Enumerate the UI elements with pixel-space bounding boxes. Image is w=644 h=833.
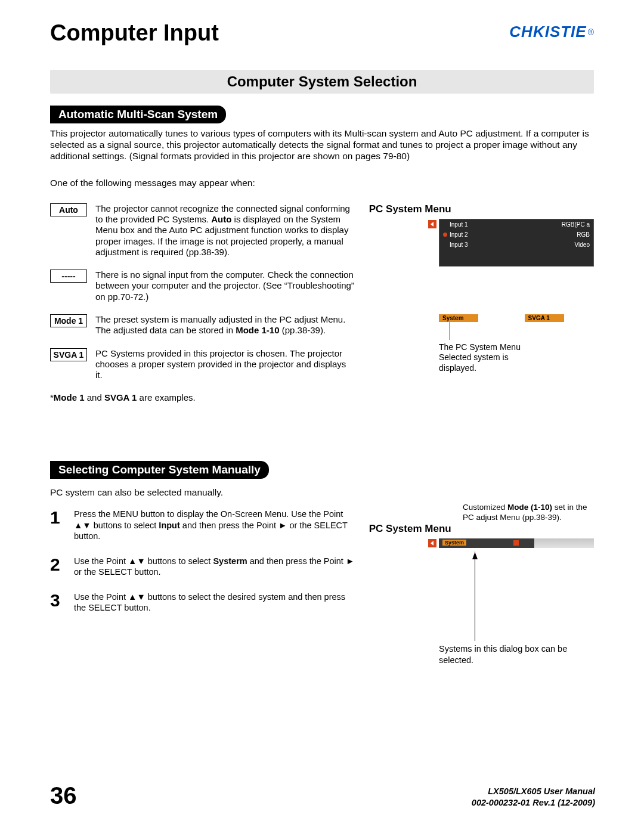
menu-row: Input 3 Video <box>439 240 593 250</box>
menu-right: RGB <box>577 231 590 238</box>
manual-intro: PC system can also be selected manually. <box>50 487 594 498</box>
step-number: 2 <box>50 556 66 577</box>
message-desc: The projector cannot recognize the conne… <box>95 203 355 258</box>
message-auto: Auto The projector cannot recognize the … <box>50 203 355 258</box>
subheader-auto: Automatic Multi-Scan System <box>50 106 226 123</box>
step-number: 3 <box>50 592 66 613</box>
menu-row: Input 1 RGB(PC a <box>439 219 593 230</box>
callout-text: The PC System Menu Selected system is di… <box>439 342 546 374</box>
brand-logo: CHKISTIE® <box>509 23 594 41</box>
message-desc: There is no signal input from the comput… <box>95 270 355 302</box>
menu-left: Input 1 <box>443 221 468 228</box>
arrow-line <box>475 552 475 641</box>
orange-bar-system-2: System <box>442 540 466 546</box>
orange-bar-svga: SVGA 1 <box>525 314 564 322</box>
customized-note: Customized Mode (1-10) set in the PC adj… <box>463 503 594 523</box>
section-auto-multiscan: Automatic Multi-Scan System This project… <box>50 98 594 402</box>
footer: 36 LX505/LX605 User Manual 002-000232-01… <box>50 782 595 809</box>
examples-note: *Mode 1 and SVGA 1 are examples. <box>50 392 355 402</box>
step-text: Use the Point ▲▼ buttons to select Syste… <box>74 556 355 577</box>
callout-arrow: Systems in this dialog box can be select… <box>439 552 594 654</box>
section-manual-select: Selecting Computer System Manually PC sy… <box>50 454 594 654</box>
orange-bars: System SVGA 1 <box>439 314 594 322</box>
step-3: 3 Use the Point ▲▼ buttons to select the… <box>50 592 355 613</box>
message-svga1: SVGA 1 PC Systems provided in this proje… <box>50 348 355 381</box>
menu-right: RGB(PC a <box>562 221 590 228</box>
menu-left: Input 2 <box>443 231 468 238</box>
pc-system-menu-heading-2: PC System Menu <box>369 523 594 535</box>
active-dot-icon <box>443 233 447 237</box>
messages-intro: One of the following messages may appear… <box>50 178 594 189</box>
message-label: Mode 1 <box>50 314 87 327</box>
footer-info: LX505/LX605 User Manual 002-000232-01 Re… <box>472 786 595 809</box>
menu-left: Input 3 <box>443 241 468 248</box>
message-nosignal: ----- There is no signal input from the … <box>50 270 355 302</box>
section1-columns: Auto The projector cannot recognize the … <box>50 203 594 403</box>
message-mode1: Mode 1 The preset system is manually adj… <box>50 314 355 336</box>
pc-system-menu-heading: PC System Menu <box>369 203 594 215</box>
back-arrow-icon <box>428 539 436 547</box>
footer-line-1: LX505/LX605 User Manual <box>472 786 595 798</box>
section-banner: Computer System Selection <box>50 70 594 94</box>
step-1: 1 Press the MENU button to display the O… <box>50 509 355 541</box>
message-desc: The preset system is manually adjusted i… <box>95 314 355 336</box>
orange-bar-system: System <box>439 314 478 322</box>
message-label: Auto <box>50 203 87 216</box>
message-label: ----- <box>50 270 87 283</box>
fade-area <box>534 538 594 548</box>
auto-intro: This projector automatically tunes to va… <box>50 128 594 162</box>
section2-columns: 1 Press the MENU button to display the O… <box>50 509 594 654</box>
messages-list: Auto The projector cannot recognize the … <box>50 203 355 403</box>
header: Computer Input CHKISTIE® <box>50 20 594 46</box>
page-number: 36 <box>50 782 77 809</box>
back-arrow-icon <box>428 220 436 228</box>
step-text: Use the Point ▲▼ buttons to select the d… <box>74 592 355 613</box>
step-number: 1 <box>50 509 66 541</box>
pc-system-menu-panel: Input 1 RGB(PC a Input 2 RGB Input 3 Vid… <box>439 219 594 374</box>
steps-list: 1 Press the MENU button to display the O… <box>50 509 355 654</box>
message-desc: PC Systems provided in this projector is… <box>95 348 355 381</box>
callout-text-2: Systems in this dialog box can be select… <box>439 643 594 665</box>
step-2: 2 Use the Point ▲▼ buttons to select Sys… <box>50 556 355 577</box>
logo-text: CHKISTIE <box>509 23 586 41</box>
menu-dark-panel-2: System <box>439 538 594 548</box>
page-title: Computer Input <box>50 20 219 46</box>
menu-row: Input 2 RGB <box>439 230 593 240</box>
manual-page: Computer Input CHKISTIE® Computer System… <box>0 0 644 833</box>
section1-illustration: PC System Menu Input 1 RGB(PC a Input 2 … <box>369 203 594 403</box>
pc-system-menu-panel-2: System <box>439 538 594 548</box>
step-text: Press the MENU button to display the On-… <box>74 509 355 541</box>
menu-right: Video <box>575 241 590 248</box>
menu-dark-panel: Input 1 RGB(PC a Input 2 RGB Input 3 Vid… <box>439 219 594 267</box>
trademark-icon: ® <box>588 27 594 37</box>
section2-illustration: Customized Mode (1-10) set in the PC adj… <box>369 509 594 654</box>
red-square-icon <box>513 540 519 546</box>
subheader-manual: Selecting Computer System Manually <box>50 461 269 479</box>
footer-line-2: 002-000232-01 Rev.1 (12-2009) <box>472 797 595 809</box>
message-label: SVGA 1 <box>50 348 87 361</box>
callout-line <box>450 322 594 340</box>
